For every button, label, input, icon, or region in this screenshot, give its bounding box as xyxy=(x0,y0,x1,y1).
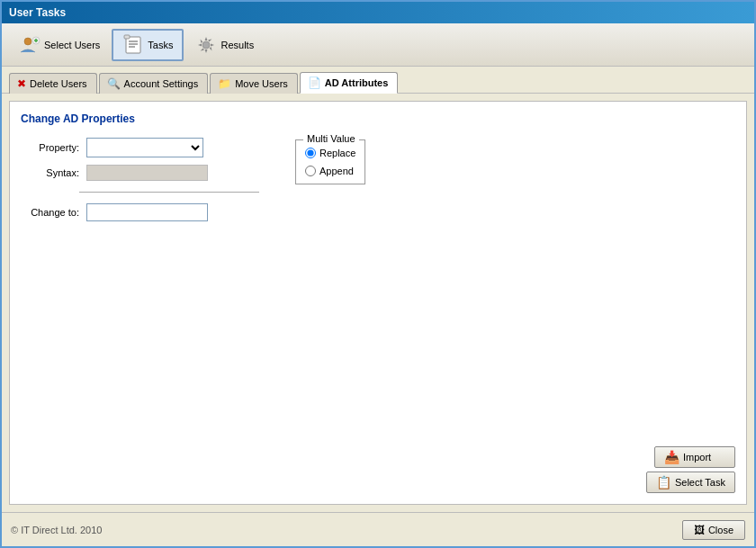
property-select[interactable] xyxy=(86,138,203,157)
tasks-icon xyxy=(122,34,144,56)
tasks-label: Tasks xyxy=(148,40,173,50)
append-radio[interactable] xyxy=(305,166,316,176)
results-button[interactable]: Results xyxy=(185,30,264,60)
svg-rect-8 xyxy=(124,35,130,39)
import-button[interactable]: 📥 Import xyxy=(654,446,735,468)
main-window: User Tasks Select Users xyxy=(0,0,756,548)
property-label: Property: xyxy=(21,142,79,153)
button-area: 📥 Import 📋 Select Task xyxy=(21,446,735,493)
syntax-row: Syntax: xyxy=(21,165,259,181)
tasks-button[interactable]: Tasks xyxy=(112,29,184,61)
gear-icon xyxy=(195,34,217,56)
footer-copyright: © IT Direct Ltd. 2010 xyxy=(11,525,102,535)
panel-title: Change AD Properties xyxy=(21,112,735,125)
tab-move-users-label: Move Users xyxy=(235,78,288,89)
select-task-label: Select Task xyxy=(675,477,725,488)
move-icon: 📁 xyxy=(218,77,231,90)
title-bar: User Tasks xyxy=(2,2,754,23)
select-task-icon: 📋 xyxy=(656,475,671,490)
close-label: Close xyxy=(708,525,734,535)
replace-label: Replace xyxy=(320,148,356,158)
window-title: User Tasks xyxy=(9,6,66,19)
main-panel: Change AD Properties Property: Syntax: xyxy=(9,101,747,505)
tab-delete-users[interactable]: ✖ Delete Users xyxy=(9,73,97,94)
syntax-value xyxy=(86,165,208,181)
svg-point-0 xyxy=(24,38,32,45)
multivalue-legend: Multi Value xyxy=(303,133,359,144)
svg-rect-4 xyxy=(126,37,140,53)
tab-ad-attributes-label: AD Attributes xyxy=(325,77,388,88)
close-button[interactable]: 🖼 Close xyxy=(682,520,745,540)
form-grid: Property: Syntax: Change to: xyxy=(21,138,259,221)
replace-row: Replace xyxy=(305,148,356,158)
user-add-icon xyxy=(19,34,40,56)
tab-delete-users-label: Delete Users xyxy=(30,78,87,89)
form-separator xyxy=(79,192,259,193)
select-users-button[interactable]: Select Users xyxy=(9,30,110,60)
import-icon: 📥 xyxy=(664,450,680,464)
change-to-row: Change to: xyxy=(21,203,259,221)
footer: © IT Direct Ltd. 2010 🖼 Close xyxy=(2,512,754,546)
append-row: Append xyxy=(305,166,356,176)
syntax-label: Syntax: xyxy=(21,167,79,178)
tab-account-settings[interactable]: 🔍 Account Settings xyxy=(99,73,209,94)
append-label: Append xyxy=(320,166,354,176)
change-to-input[interactable] xyxy=(86,203,208,221)
change-to-label: Change to: xyxy=(21,207,79,218)
settings-icon: 🔍 xyxy=(107,77,121,90)
toolbar: Select Users Tasks xyxy=(2,23,754,67)
close-icon: 🖼 xyxy=(694,524,705,536)
content-area: Change AD Properties Property: Syntax: xyxy=(2,94,754,512)
results-label: Results xyxy=(220,40,254,50)
multivalue-group: Multi Value Replace Append xyxy=(295,139,365,184)
delete-icon: ✖ xyxy=(17,77,26,90)
import-label: Import xyxy=(683,452,711,463)
tab-strip: ✖ Delete Users 🔍 Account Settings 📁 Move… xyxy=(2,67,754,94)
select-users-label: Select Users xyxy=(44,40,100,50)
select-task-button[interactable]: 📋 Select Task xyxy=(646,472,735,493)
svg-point-9 xyxy=(202,41,210,49)
tab-move-users[interactable]: 📁 Move Users xyxy=(210,73,298,94)
replace-radio[interactable] xyxy=(305,148,316,158)
tab-ad-attributes[interactable]: 📄 AD Attributes xyxy=(300,72,398,94)
tab-account-settings-label: Account Settings xyxy=(124,78,199,89)
ad-icon: 📄 xyxy=(308,76,321,89)
property-row: Property: xyxy=(21,138,259,157)
